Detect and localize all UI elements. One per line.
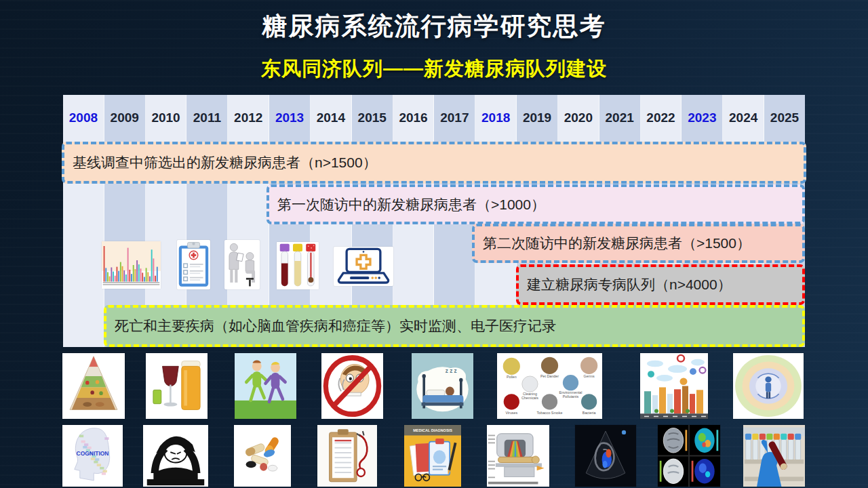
year-label: 2022: [641, 95, 682, 125]
year-label: 2016: [393, 95, 434, 125]
timeline-bar-monitoring: 死亡和主要疾病（如心脑血管疾病和癌症等）实时监测、电子医疗记录: [104, 305, 805, 347]
slide-subtitle: 东风同济队列——新发糖尿病队列建设: [0, 56, 868, 83]
year-label: 2013: [269, 95, 310, 125]
timeline-bar-baseline: 基线调查中筛选出的新发糖尿病患者（n>1500）: [62, 142, 806, 184]
social-ecological-model-image: [733, 353, 804, 419]
food-pyramid-image: [62, 353, 125, 419]
manhattan-plot-icon: [102, 241, 161, 289]
timeline-bar-label: 死亡和主要疾病（如心脑血管疾病和癌症等）实时监测、电子医疗记录: [106, 317, 556, 336]
brain-scans-image: [658, 425, 720, 487]
blood-samples-image: [743, 425, 805, 487]
svg-text:Bacteria: Bacteria: [583, 411, 596, 415]
medical-checklist-icon: [177, 240, 210, 289]
medications-image: [234, 425, 291, 487]
year-label: 2008: [63, 95, 104, 125]
svg-text:COGNITION: COGNITION: [77, 450, 109, 457]
year-label: 2021: [599, 95, 640, 125]
timeline-chart: 2008200920102011201220132014201520162017…: [63, 95, 805, 347]
sleep-image: z z z: [412, 353, 473, 419]
year-column-2008: 2008: [63, 95, 104, 347]
year-label: 2014: [311, 95, 351, 125]
exercise-image: [235, 353, 296, 419]
year-label: 2012: [228, 95, 269, 125]
year-label: 2011: [186, 95, 227, 125]
cognition-image: COGNITION: [62, 425, 123, 487]
svg-text:Chemicals: Chemicals: [521, 396, 538, 400]
svg-text:Germs: Germs: [584, 374, 595, 378]
interview-icon: [224, 240, 260, 289]
year-label: 2023: [682, 95, 722, 125]
timeline-bar-label: 建立糖尿病专病队列（n>4000）: [519, 275, 732, 294]
echocardiogram-image: [575, 425, 636, 487]
ct-scanner-image: [487, 425, 549, 487]
allergens-image: PollenPet DanderGermsCleaningChemicalsEn…: [497, 353, 602, 419]
year-label: 2019: [517, 95, 557, 125]
year-label: 2017: [434, 95, 475, 125]
svg-text:z z z: z z z: [446, 367, 457, 374]
health-laptop-icon: [334, 247, 393, 286]
timeline-bar-cohort: 建立糖尿病专病队列（n>4000）: [516, 264, 805, 305]
medical-diagnosis-image: MEDICAL DIAGNOSIS: [404, 425, 461, 487]
svg-text:MEDICAL DIAGNOSIS: MEDICAL DIAGNOSIS: [413, 428, 452, 432]
no-smoking-image: [321, 353, 383, 419]
year-label: 2015: [352, 95, 393, 125]
timeline-bar-followup1: 第一次随访中的新发糖尿病患者（>1000）: [267, 184, 805, 224]
year-label: 2018: [475, 95, 516, 125]
svg-text:Pollutants: Pollutants: [563, 394, 579, 399]
svg-text:Viruses: Viruses: [505, 411, 517, 415]
timeline-bar-followup2: 第二次随访中的新发糖尿病患者（>1500）: [472, 224, 805, 263]
svg-text:Pollen: Pollen: [507, 375, 517, 379]
timeline-bar-label: 第二次随访中的新发糖尿病患者（>1500）: [475, 234, 751, 253]
stress-image: [143, 425, 208, 487]
timeline-bar-label: 基线调查中筛选出的新发糖尿病患者（n>1500）: [64, 153, 377, 172]
presentation-slide: 糖尿病系统流行病学研究思考 东风同济队列——新发糖尿病队列建设 20082009…: [0, 0, 868, 488]
svg-text:Tobacco Smoke: Tobacco Smoke: [537, 411, 563, 415]
alcohol-drinks-image: [146, 353, 208, 419]
svg-text:Pet Dander: Pet Dander: [540, 374, 559, 378]
slide-title: 糖尿病系统流行病学研究思考: [0, 9, 868, 43]
year-label: 2009: [104, 95, 145, 125]
blood-tubes-icon: [277, 242, 319, 289]
year-label: 2020: [558, 95, 599, 125]
city-environment-image: [640, 353, 708, 419]
timeline-bar-label: 第一次随访中的新发糖尿病患者（>1000）: [269, 195, 545, 214]
medical-chart-image: [317, 425, 377, 487]
year-label: 2010: [146, 95, 186, 125]
year-label: 2024: [723, 95, 764, 125]
year-label: 2025: [764, 95, 805, 125]
